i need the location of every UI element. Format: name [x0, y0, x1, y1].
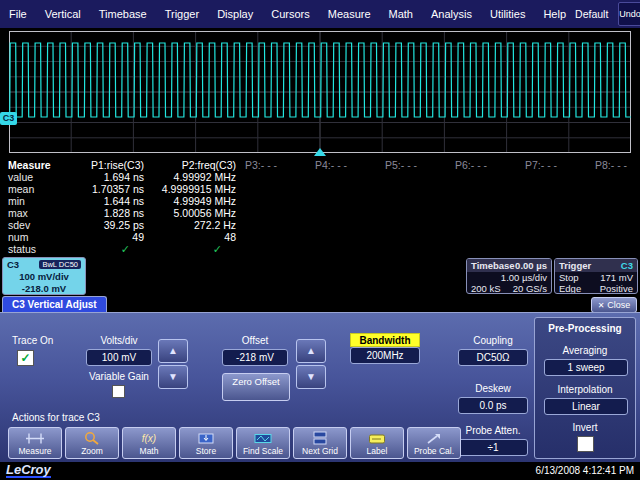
offset-value[interactable]: -218 mV [222, 349, 288, 366]
row-label: status [8, 243, 36, 255]
store-icon [197, 431, 215, 445]
up-arrow-icon: ▲ [306, 345, 316, 356]
c3-offset-readout: -218.0 mV [3, 283, 85, 295]
variable-gain-label: Variable Gain [82, 371, 156, 382]
timebase-samples: 200 kS [471, 283, 501, 294]
row-p2-value: 272.2 Hz [148, 219, 236, 231]
menu-item-cursors[interactable]: Cursors [262, 0, 319, 28]
averaging-value[interactable]: 1 sweep [544, 359, 628, 376]
measure-header-p2[interactable]: P2:freq(C3) [148, 159, 236, 171]
offset-decrease-button[interactable]: ▼ [296, 365, 326, 389]
deskew-label: Deskew [458, 383, 528, 394]
action-button-label: Zoom [81, 446, 103, 456]
measure-header-p1[interactable]: P1:rise(C3) [66, 159, 144, 171]
measure-header-p5[interactable]: P5:- - - [385, 159, 435, 171]
trigger-position-marker[interactable] [314, 148, 326, 156]
row-label: sdev [8, 219, 30, 231]
store-action-button[interactable]: Store [179, 427, 233, 459]
close-icon: ✕ [598, 301, 605, 310]
trigger-slope: Positive [600, 283, 633, 294]
probe-cal-action-button[interactable]: Probe Cal. [407, 427, 461, 459]
zoom-action-button[interactable]: Zoom [65, 427, 119, 459]
undo-button[interactable]: Undo ↶ [618, 2, 640, 26]
measure-row-num: num 49 48 [0, 231, 640, 243]
measure-row-sdev: sdev 39.25 ps 272.2 Hz [0, 219, 640, 231]
menu-item-help[interactable]: Help [534, 0, 575, 28]
c3-bandwidth-limit-badge: BwL DC50 [39, 260, 81, 269]
row-p1-value: 1.644 ns [66, 195, 144, 207]
trigger-mode: Stop [559, 272, 579, 283]
bandwidth-label: Bandwidth [350, 333, 420, 347]
variable-gain-checkbox[interactable] [112, 385, 125, 398]
action-button-label: Find Scale [243, 446, 283, 456]
volts-div-value[interactable]: 100 mV [86, 349, 152, 366]
c3-descriptor-box[interactable]: C3 BwL DC50 100 mV/div -218.0 mV [2, 257, 86, 295]
label-action-button[interactable]: Label [350, 427, 404, 459]
c3-volts-per-div: 100 mV/div [3, 271, 85, 283]
coupling-value[interactable]: DC50Ω [458, 349, 528, 366]
probe-atten-value[interactable]: ÷1 [458, 439, 528, 456]
tab-c3-vertical-adjust[interactable]: C3 Vertical Adjust [2, 296, 107, 313]
menu-item-display[interactable]: Display [208, 0, 262, 28]
close-button[interactable]: ✕ Close [591, 297, 637, 313]
measure-table: Measure P1:rise(C3) P2:freq(C3) P3:- - -… [0, 157, 640, 257]
menu-item-utilities[interactable]: Utilities [481, 0, 534, 28]
action-button-label: Measure [18, 446, 51, 456]
trigger-source: C3 [621, 260, 633, 271]
deskew-value[interactable]: 0.0 ps [458, 397, 528, 414]
menu-item-timebase[interactable]: Timebase [90, 0, 156, 28]
row-p1-value: 1.828 ns [66, 207, 144, 219]
find-scale-icon [253, 431, 273, 445]
next-grid-icon [311, 431, 329, 445]
status-check-p1: ✓ [66, 243, 144, 256]
lecroy-logo: LeCroy [6, 463, 51, 478]
interpolation-value[interactable]: Linear [544, 398, 628, 415]
invert-label: Invert [535, 422, 635, 433]
menu-item-math[interactable]: Math [380, 0, 422, 28]
trigger-descriptor-box[interactable]: Trigger C3 Stop 171 mV Edge Positive [554, 258, 638, 294]
action-button-label: Probe Cal. [414, 446, 454, 456]
close-button-label: Close [607, 300, 630, 310]
probe-cal-icon [425, 431, 443, 445]
menu-item-trigger[interactable]: Trigger [156, 0, 208, 28]
measure-table-title: Measure [8, 159, 51, 171]
row-label: num [8, 231, 28, 243]
measure-action-button[interactable]: Measure [8, 427, 62, 459]
invert-checkbox[interactable] [577, 436, 594, 452]
measure-header-p3[interactable]: P3:- - - [245, 159, 295, 171]
oscilloscope-screen: { "icons": { "undo": "↶", "close": "✕", … [0, 0, 640, 480]
offset-increase-button[interactable]: ▲ [296, 339, 326, 363]
default-setup-label[interactable]: Default [575, 8, 608, 20]
measure-header-p7[interactable]: P7:- - - [525, 159, 575, 171]
volts-div-label: Volts/div [86, 335, 152, 346]
zero-offset-button[interactable]: Zero Offset [222, 373, 290, 401]
checkmark-icon: ✓ [20, 351, 30, 365]
interpolation-label: Interpolation [535, 384, 635, 395]
volts-div-increase-button[interactable]: ▲ [158, 339, 188, 363]
menu-item-analysis[interactable]: Analysis [422, 0, 481, 28]
measure-row-max: max 1.828 ns 5.00056 MHz [0, 207, 640, 219]
measure-header-p4[interactable]: P4:- - - [315, 159, 365, 171]
volts-div-decrease-button[interactable]: ▼ [158, 365, 188, 389]
measure-row-min: min 1.644 ns 4.99949 MHz [0, 195, 640, 207]
trace-on-label: Trace On [12, 335, 53, 346]
up-arrow-icon: ▲ [168, 345, 178, 356]
menu-item-measure[interactable]: Measure [319, 0, 380, 28]
menu-bar: File Vertical Timebase Trigger Display C… [0, 0, 640, 28]
row-p2-value: 4.99949 MHz [148, 195, 236, 207]
trace-on-checkbox[interactable]: ✓ [17, 350, 34, 366]
down-arrow-icon: ▼ [168, 371, 178, 382]
measure-header-p8[interactable]: P8:- - - [595, 159, 640, 171]
c3-ground-marker[interactable]: C3 [0, 112, 17, 125]
menu-item-vertical[interactable]: Vertical [36, 0, 90, 28]
measure-header-p6[interactable]: P6:- - - [455, 159, 505, 171]
row-p2-value: 4.99992 MHz [148, 171, 236, 183]
menu-item-file[interactable]: File [0, 0, 36, 28]
timebase-descriptor-box[interactable]: Timebase 0.00 µs 1.00 µs/div 200 kS 20 G… [466, 258, 552, 294]
bandwidth-value[interactable]: 200MHz [350, 347, 420, 364]
math-action-button[interactable]: f(x) Math [122, 427, 176, 459]
find-scale-action-button[interactable]: Find Scale [236, 427, 290, 459]
next-grid-action-button[interactable]: Next Grid [293, 427, 347, 459]
row-p1-value: 1.694 ns [66, 171, 144, 183]
timebase-position: 0.00 µs [515, 260, 547, 271]
